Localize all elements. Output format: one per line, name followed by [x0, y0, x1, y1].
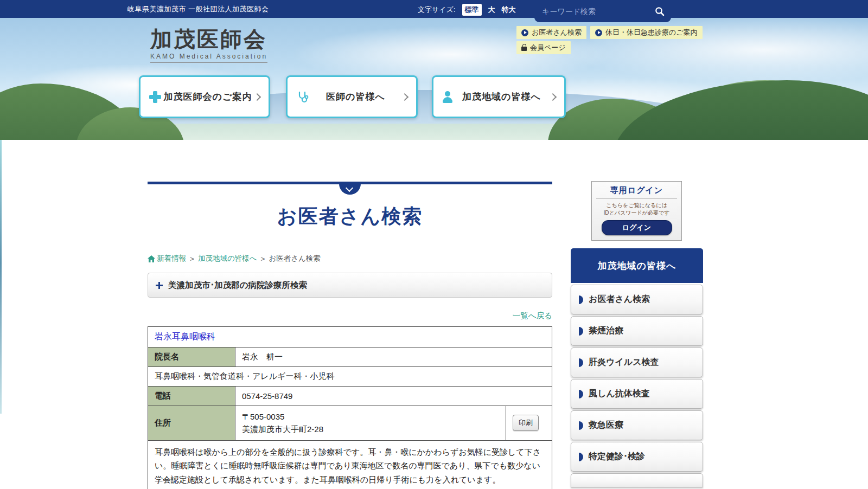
- sidebar-item-doctor-search[interactable]: お医者さん検索: [571, 285, 703, 314]
- sidebar-menu: 加茂地域の皆様へ お医者さん検索 禁煙治療 肝炎ウイルス検査 風しん抗体検査 救…: [571, 248, 703, 487]
- keyword-search: [534, 0, 671, 22]
- quick-links: お医者さん検索 休日・休日急患診療のご案内 会員ページ: [516, 26, 695, 56]
- hospital-search-accordion[interactable]: 美濃加茂市･加茂郡の病院診療所検索: [148, 273, 552, 298]
- hill-right: [613, 80, 868, 140]
- sidebar-item-label: お医者さん検索: [589, 294, 650, 305]
- nav-button-label: 加茂医師会のご案内: [161, 91, 254, 103]
- stethoscope-icon: [296, 91, 309, 104]
- back-to-list: 一覧へ戻る: [148, 311, 552, 321]
- login-title: 専用ログイン: [596, 185, 677, 199]
- sidebar-item-smoking-cessation[interactable]: 禁煙治療: [571, 316, 703, 346]
- font-size-xlarge[interactable]: 特大: [502, 5, 516, 15]
- print-button[interactable]: 印刷: [513, 415, 539, 431]
- sidebar-menu-title: 加茂地域の皆様へ: [571, 248, 703, 283]
- login-note: こちらをご覧になるには IDとパスワードが必要です: [596, 202, 677, 216]
- phone-label: 電話: [148, 387, 235, 406]
- print-cell: 印刷: [506, 406, 552, 441]
- login-button[interactable]: ログイン: [602, 220, 672, 235]
- bullet-icon: [579, 295, 583, 304]
- member-login-box: 専用ログイン こちらをご覧になるには IDとパスワードが必要です ログイン: [591, 181, 682, 241]
- bullet-icon: [579, 421, 583, 430]
- top-bar: 岐阜県美濃加茂市 一般社団法人加茂医師会 文字サイズ: 標準 大 特大: [0, 0, 868, 18]
- bullet-icon: [579, 327, 583, 336]
- font-size-standard[interactable]: 標準: [462, 4, 482, 16]
- table-row: 院長名 岩永 耕一: [148, 348, 552, 367]
- table-row: 電話 0574-25-8749: [148, 387, 552, 406]
- nav-button-doctors[interactable]: 医師の皆様へ: [286, 75, 418, 118]
- chevron-down-icon: [346, 184, 353, 192]
- clinic-table: 岩永耳鼻咽喉科 院長名 岩永 耕一 耳鼻咽喉科・気管食道科・アレルギー科・小児科…: [148, 326, 552, 489]
- breadcrumb-residents[interactable]: 加茂地域の皆様へ: [198, 254, 257, 263]
- sidebar-item-label: 禁煙治療: [589, 325, 623, 337]
- page-title: お医者さん検索: [148, 203, 552, 230]
- sidebar-item-label: 風しん抗体検査: [589, 388, 650, 400]
- chevron-right-icon: [401, 93, 409, 100]
- nav-button-about[interactable]: 加茂医師会のご案内: [139, 75, 270, 118]
- quicklink-label: お医者さん検索: [532, 28, 582, 37]
- director-value: 岩永 耕一: [235, 348, 552, 367]
- sidebar-item-hepatitis-test[interactable]: 肝炎ウイルス検査: [571, 348, 703, 377]
- table-row: 耳鼻咽喉科は喉から上の部分を全般的に扱う診療科です。耳・鼻・喉にかかわらずお気軽…: [148, 440, 552, 489]
- main-content: お医者さん検索 新着情報 > 加茂地域の皆様へ > お医者さん検索 美濃加茂市･…: [148, 140, 552, 489]
- sidebar-item-emergency-care[interactable]: 救急医療: [571, 410, 703, 440]
- site-logo[interactable]: 加茂医師会 KAMO Medical Association: [150, 27, 267, 63]
- search-input[interactable]: [541, 7, 655, 16]
- breadcrumb-current: お医者さん検索: [269, 254, 320, 263]
- breadcrumb: 新着情報 > 加茂地域の皆様へ > お医者さん検索: [148, 254, 552, 263]
- breadcrumb-label: 加茂地域の皆様へ: [198, 254, 257, 263]
- clinic-description: 耳鼻咽喉科は喉から上の部分を全般的に扱う診療科です。耳・鼻・喉にかかわらずお気軽…: [148, 440, 552, 489]
- search-icon[interactable]: [655, 7, 665, 16]
- address-label: 住所: [148, 406, 235, 441]
- page: { "top_bar": { "site_description": "岐阜県美…: [0, 0, 868, 489]
- breadcrumb-separator: >: [190, 255, 194, 263]
- chevron-right-icon: [253, 93, 261, 100]
- table-row: 耳鼻咽喉科・気管食道科・アレルギー科・小児科: [148, 367, 552, 387]
- login-note-line2: IDとパスワードが必要です: [604, 210, 670, 216]
- sidebar-item-health-checkup[interactable]: 特定健診･検診: [571, 442, 703, 472]
- breadcrumb-separator: >: [261, 255, 265, 263]
- sidebar-item-label: 肝炎ウイルス検査: [589, 357, 659, 368]
- sidebar-item-partial[interactable]: [571, 473, 703, 487]
- lock-icon: [521, 47, 527, 51]
- logo-subtitle: KAMO Medical Association: [150, 51, 267, 63]
- accordion-label: 美濃加茂市･加茂郡の病院診療所検索: [168, 280, 307, 291]
- font-size-large[interactable]: 大: [488, 5, 495, 15]
- font-size-label: 文字サイズ:: [418, 5, 456, 15]
- phone-value: 0574-25-8749: [235, 387, 552, 406]
- director-label: 院長名: [148, 348, 235, 367]
- quicklink-holiday-care[interactable]: 休日・休日急患診療のご案内: [590, 26, 703, 39]
- quicklink-label: 休日・休日急患診療のご案内: [605, 28, 698, 37]
- clinic-name-link[interactable]: 岩永耳鼻咽喉科: [148, 327, 552, 348]
- nav-button-label: 医師の皆様へ: [309, 91, 402, 103]
- font-size-switcher: 文字サイズ: 標準 大 特大: [418, 4, 516, 16]
- breadcrumb-home[interactable]: 新着情報: [148, 254, 186, 263]
- bullet-icon: [579, 390, 583, 398]
- page-left-accent: [0, 140, 2, 414]
- quicklink-doctor-search[interactable]: お医者さん検索: [516, 26, 586, 39]
- table-row: 岩永耳鼻咽喉科: [148, 327, 552, 348]
- sidebar-item-label: 救急医療: [589, 420, 623, 431]
- back-to-list-link[interactable]: 一覧へ戻る: [513, 311, 552, 320]
- title-rule-bump: [339, 184, 361, 195]
- login-note-line1: こちらをご覧になるには: [606, 202, 667, 208]
- sidebar-item-rubella-test[interactable]: 風しん抗体検査: [571, 379, 703, 409]
- nav-button-residents[interactable]: 加茂地域の皆様へ: [432, 75, 566, 118]
- quicklink-member-page[interactable]: 会員ページ: [516, 41, 571, 54]
- nav-button-label: 加茂地域の皆様へ: [453, 91, 550, 103]
- quicklink-label: 会員ページ: [530, 43, 566, 53]
- postal-code: 〒505-0035: [242, 412, 284, 421]
- play-circle-icon: [521, 29, 528, 36]
- chevron-right-icon: [549, 93, 557, 100]
- table-row: 住所 〒505-0035 美濃加茂市大手町2-28 印刷: [148, 406, 552, 441]
- plus-cross-icon: [149, 91, 161, 103]
- bullet-icon: [579, 453, 583, 461]
- sidebar-item-label: 特定健診･検診: [589, 451, 645, 462]
- site-description: 岐阜県美濃加茂市 一般社団法人加茂医師会: [127, 4, 269, 14]
- address-line: 美濃加茂市大手町2-28: [242, 424, 323, 434]
- bullet-icon: [579, 358, 583, 367]
- plus-icon: [156, 282, 163, 289]
- person-icon: [442, 91, 453, 103]
- address-value: 〒505-0035 美濃加茂市大手町2-28: [235, 406, 506, 441]
- logo-title: 加茂医師会: [150, 27, 267, 51]
- departments-value: 耳鼻咽喉科・気管食道科・アレルギー科・小児科: [148, 367, 552, 387]
